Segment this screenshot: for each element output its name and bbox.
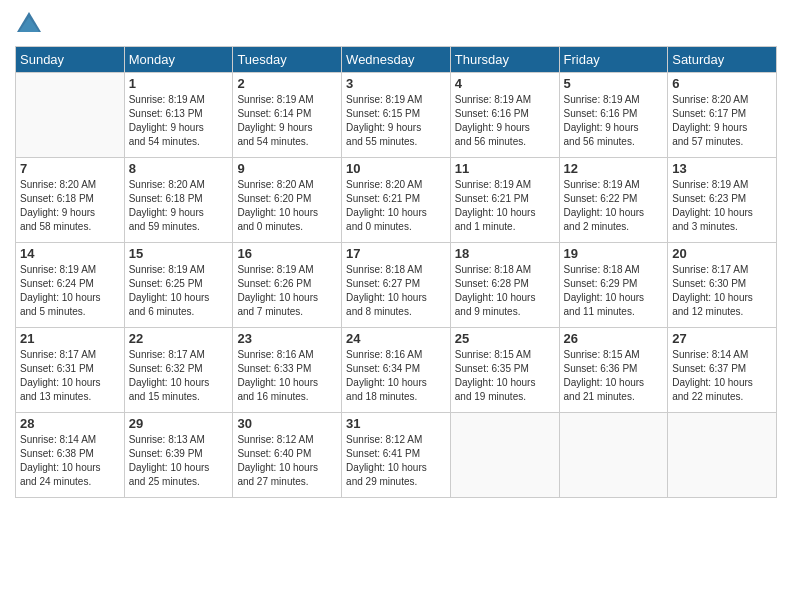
day-number: 6 bbox=[672, 76, 772, 91]
day-number: 16 bbox=[237, 246, 337, 261]
day-number: 10 bbox=[346, 161, 446, 176]
day-info: Sunrise: 8:17 AMSunset: 6:31 PMDaylight:… bbox=[20, 348, 120, 404]
day-info: Sunrise: 8:14 AMSunset: 6:37 PMDaylight:… bbox=[672, 348, 772, 404]
day-cell: 5Sunrise: 8:19 AMSunset: 6:16 PMDaylight… bbox=[559, 73, 668, 158]
day-number: 25 bbox=[455, 331, 555, 346]
day-cell bbox=[16, 73, 125, 158]
day-number: 28 bbox=[20, 416, 120, 431]
day-number: 23 bbox=[237, 331, 337, 346]
day-cell bbox=[450, 413, 559, 498]
day-number: 2 bbox=[237, 76, 337, 91]
day-info: Sunrise: 8:19 AMSunset: 6:15 PMDaylight:… bbox=[346, 93, 446, 149]
day-cell: 22Sunrise: 8:17 AMSunset: 6:32 PMDayligh… bbox=[124, 328, 233, 413]
page: SundayMondayTuesdayWednesdayThursdayFrid… bbox=[0, 0, 792, 612]
header bbox=[15, 10, 777, 38]
col-header-thursday: Thursday bbox=[450, 47, 559, 73]
day-info: Sunrise: 8:19 AMSunset: 6:26 PMDaylight:… bbox=[237, 263, 337, 319]
day-cell: 16Sunrise: 8:19 AMSunset: 6:26 PMDayligh… bbox=[233, 243, 342, 328]
day-cell: 9Sunrise: 8:20 AMSunset: 6:20 PMDaylight… bbox=[233, 158, 342, 243]
day-number: 15 bbox=[129, 246, 229, 261]
day-number: 17 bbox=[346, 246, 446, 261]
day-cell: 3Sunrise: 8:19 AMSunset: 6:15 PMDaylight… bbox=[342, 73, 451, 158]
day-info: Sunrise: 8:19 AMSunset: 6:14 PMDaylight:… bbox=[237, 93, 337, 149]
day-info: Sunrise: 8:18 AMSunset: 6:29 PMDaylight:… bbox=[564, 263, 664, 319]
day-cell: 4Sunrise: 8:19 AMSunset: 6:16 PMDaylight… bbox=[450, 73, 559, 158]
day-number: 4 bbox=[455, 76, 555, 91]
day-info: Sunrise: 8:19 AMSunset: 6:22 PMDaylight:… bbox=[564, 178, 664, 234]
day-cell: 7Sunrise: 8:20 AMSunset: 6:18 PMDaylight… bbox=[16, 158, 125, 243]
day-info: Sunrise: 8:17 AMSunset: 6:30 PMDaylight:… bbox=[672, 263, 772, 319]
day-number: 29 bbox=[129, 416, 229, 431]
days-header-row: SundayMondayTuesdayWednesdayThursdayFrid… bbox=[16, 47, 777, 73]
day-cell: 25Sunrise: 8:15 AMSunset: 6:35 PMDayligh… bbox=[450, 328, 559, 413]
day-info: Sunrise: 8:12 AMSunset: 6:41 PMDaylight:… bbox=[346, 433, 446, 489]
day-info: Sunrise: 8:20 AMSunset: 6:18 PMDaylight:… bbox=[20, 178, 120, 234]
day-cell: 24Sunrise: 8:16 AMSunset: 6:34 PMDayligh… bbox=[342, 328, 451, 413]
week-row-3: 14Sunrise: 8:19 AMSunset: 6:24 PMDayligh… bbox=[16, 243, 777, 328]
day-number: 11 bbox=[455, 161, 555, 176]
day-number: 24 bbox=[346, 331, 446, 346]
week-row-5: 28Sunrise: 8:14 AMSunset: 6:38 PMDayligh… bbox=[16, 413, 777, 498]
day-cell: 12Sunrise: 8:19 AMSunset: 6:22 PMDayligh… bbox=[559, 158, 668, 243]
day-info: Sunrise: 8:19 AMSunset: 6:16 PMDaylight:… bbox=[455, 93, 555, 149]
day-info: Sunrise: 8:20 AMSunset: 6:21 PMDaylight:… bbox=[346, 178, 446, 234]
day-info: Sunrise: 8:15 AMSunset: 6:35 PMDaylight:… bbox=[455, 348, 555, 404]
day-number: 30 bbox=[237, 416, 337, 431]
day-cell bbox=[668, 413, 777, 498]
day-number: 14 bbox=[20, 246, 120, 261]
day-number: 20 bbox=[672, 246, 772, 261]
day-info: Sunrise: 8:19 AMSunset: 6:21 PMDaylight:… bbox=[455, 178, 555, 234]
col-header-saturday: Saturday bbox=[668, 47, 777, 73]
day-info: Sunrise: 8:13 AMSunset: 6:39 PMDaylight:… bbox=[129, 433, 229, 489]
day-number: 18 bbox=[455, 246, 555, 261]
logo bbox=[15, 10, 47, 38]
day-number: 31 bbox=[346, 416, 446, 431]
day-number: 21 bbox=[20, 331, 120, 346]
day-info: Sunrise: 8:15 AMSunset: 6:36 PMDaylight:… bbox=[564, 348, 664, 404]
week-row-2: 7Sunrise: 8:20 AMSunset: 6:18 PMDaylight… bbox=[16, 158, 777, 243]
day-info: Sunrise: 8:18 AMSunset: 6:28 PMDaylight:… bbox=[455, 263, 555, 319]
day-cell: 13Sunrise: 8:19 AMSunset: 6:23 PMDayligh… bbox=[668, 158, 777, 243]
day-info: Sunrise: 8:19 AMSunset: 6:13 PMDaylight:… bbox=[129, 93, 229, 149]
day-cell: 8Sunrise: 8:20 AMSunset: 6:18 PMDaylight… bbox=[124, 158, 233, 243]
day-info: Sunrise: 8:12 AMSunset: 6:40 PMDaylight:… bbox=[237, 433, 337, 489]
day-info: Sunrise: 8:17 AMSunset: 6:32 PMDaylight:… bbox=[129, 348, 229, 404]
day-cell: 31Sunrise: 8:12 AMSunset: 6:41 PMDayligh… bbox=[342, 413, 451, 498]
day-cell: 19Sunrise: 8:18 AMSunset: 6:29 PMDayligh… bbox=[559, 243, 668, 328]
day-info: Sunrise: 8:16 AMSunset: 6:34 PMDaylight:… bbox=[346, 348, 446, 404]
day-number: 27 bbox=[672, 331, 772, 346]
week-row-4: 21Sunrise: 8:17 AMSunset: 6:31 PMDayligh… bbox=[16, 328, 777, 413]
day-info: Sunrise: 8:19 AMSunset: 6:23 PMDaylight:… bbox=[672, 178, 772, 234]
day-cell: 26Sunrise: 8:15 AMSunset: 6:36 PMDayligh… bbox=[559, 328, 668, 413]
day-number: 8 bbox=[129, 161, 229, 176]
day-info: Sunrise: 8:20 AMSunset: 6:17 PMDaylight:… bbox=[672, 93, 772, 149]
day-cell: 29Sunrise: 8:13 AMSunset: 6:39 PMDayligh… bbox=[124, 413, 233, 498]
day-cell: 21Sunrise: 8:17 AMSunset: 6:31 PMDayligh… bbox=[16, 328, 125, 413]
day-cell: 23Sunrise: 8:16 AMSunset: 6:33 PMDayligh… bbox=[233, 328, 342, 413]
day-info: Sunrise: 8:19 AMSunset: 6:24 PMDaylight:… bbox=[20, 263, 120, 319]
day-cell: 1Sunrise: 8:19 AMSunset: 6:13 PMDaylight… bbox=[124, 73, 233, 158]
logo-icon bbox=[15, 10, 43, 38]
col-header-friday: Friday bbox=[559, 47, 668, 73]
day-cell: 2Sunrise: 8:19 AMSunset: 6:14 PMDaylight… bbox=[233, 73, 342, 158]
day-cell: 6Sunrise: 8:20 AMSunset: 6:17 PMDaylight… bbox=[668, 73, 777, 158]
day-info: Sunrise: 8:20 AMSunset: 6:18 PMDaylight:… bbox=[129, 178, 229, 234]
day-number: 3 bbox=[346, 76, 446, 91]
day-info: Sunrise: 8:19 AMSunset: 6:25 PMDaylight:… bbox=[129, 263, 229, 319]
day-number: 9 bbox=[237, 161, 337, 176]
col-header-sunday: Sunday bbox=[16, 47, 125, 73]
day-info: Sunrise: 8:20 AMSunset: 6:20 PMDaylight:… bbox=[237, 178, 337, 234]
day-cell: 11Sunrise: 8:19 AMSunset: 6:21 PMDayligh… bbox=[450, 158, 559, 243]
day-number: 12 bbox=[564, 161, 664, 176]
day-number: 13 bbox=[672, 161, 772, 176]
day-number: 22 bbox=[129, 331, 229, 346]
day-cell: 17Sunrise: 8:18 AMSunset: 6:27 PMDayligh… bbox=[342, 243, 451, 328]
col-header-monday: Monday bbox=[124, 47, 233, 73]
day-cell bbox=[559, 413, 668, 498]
day-info: Sunrise: 8:14 AMSunset: 6:38 PMDaylight:… bbox=[20, 433, 120, 489]
day-info: Sunrise: 8:16 AMSunset: 6:33 PMDaylight:… bbox=[237, 348, 337, 404]
day-cell: 15Sunrise: 8:19 AMSunset: 6:25 PMDayligh… bbox=[124, 243, 233, 328]
day-cell: 18Sunrise: 8:18 AMSunset: 6:28 PMDayligh… bbox=[450, 243, 559, 328]
day-cell: 28Sunrise: 8:14 AMSunset: 6:38 PMDayligh… bbox=[16, 413, 125, 498]
day-number: 26 bbox=[564, 331, 664, 346]
